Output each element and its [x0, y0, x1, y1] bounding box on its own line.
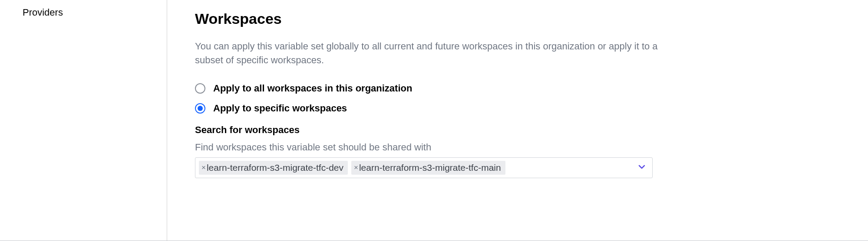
tag-label: learn-terraform-s3-migrate-tfc-main	[359, 163, 501, 173]
tag-label: learn-terraform-s3-migrate-tfc-dev	[207, 163, 343, 173]
chevron-down-icon[interactable]	[637, 163, 646, 173]
radio-circle-icon	[195, 83, 205, 94]
remove-tag-icon[interactable]: ×	[354, 164, 358, 171]
section-description: You can apply this variable set globally…	[195, 39, 664, 67]
search-label: Search for workspaces	[195, 124, 664, 136]
search-help-text: Find workspaces this variable set should…	[195, 142, 664, 153]
radio-label: Apply to specific workspaces	[213, 103, 347, 114]
remove-tag-icon[interactable]: ×	[201, 164, 206, 171]
selected-tag: × learn-terraform-s3-migrate-tfc-dev	[199, 161, 348, 175]
main-content: Workspaces You can apply this variable s…	[195, 10, 664, 178]
selected-tag: × learn-terraform-s3-migrate-tfc-main	[351, 161, 505, 175]
scope-radio-group: Apply to all workspaces in this organiza…	[195, 83, 664, 114]
radio-label: Apply to all workspaces in this organiza…	[213, 83, 412, 94]
sidebar: Providers	[0, 0, 167, 241]
workspace-multiselect[interactable]: × learn-terraform-s3-migrate-tfc-dev × l…	[195, 157, 653, 178]
section-title: Workspaces	[195, 10, 664, 27]
radio-circle-selected-icon	[195, 103, 205, 114]
radio-apply-specific[interactable]: Apply to specific workspaces	[195, 103, 664, 114]
sidebar-item-providers[interactable]: Providers	[0, 3, 167, 22]
radio-apply-all[interactable]: Apply to all workspaces in this organiza…	[195, 83, 664, 94]
radio-inner-dot-icon	[198, 106, 203, 111]
